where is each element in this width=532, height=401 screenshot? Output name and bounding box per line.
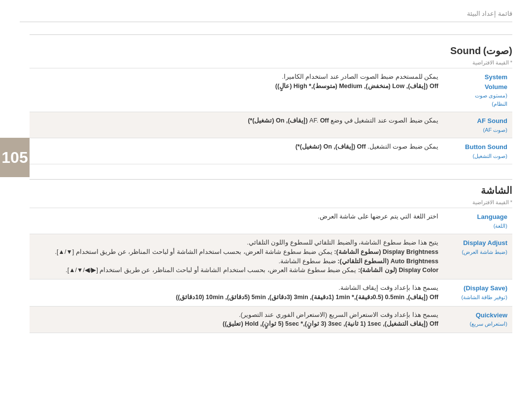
table-row: (Display Save) (توفير طاقة الشاشة) يسمح … [30,279,512,307]
quickview-label: Quickview (استعراض سريع) [443,306,512,333]
af-sound-label-en: AF Sound [448,116,507,126]
display-save-label-ar: (توفير طاقة الشاشة) [448,293,507,302]
sound-title-en: Sound [450,45,481,56]
sound-title-ar: (صوت) [483,45,512,56]
display-section-title: الشاشة [30,185,512,196]
main-content: (صوت) Sound * القيمة الافتراضية SystemVo… [30,25,512,391]
top-header: قائمة إعداد البيئة [20,9,512,22]
table-row: Quickview (استعراض سريع) يسمح هذا بإعداد… [30,306,512,333]
language-desc: اختر اللغة التي يتم عرضها على شاشة العرض… [30,208,443,234]
af-sound-label-ar: (صوت AF) [448,126,507,134]
display-save-desc: يسمح هذا بإعداد وقت إيقاف الشاشة. Off (إ… [30,279,443,307]
sound-table: SystemVolume (مستوى صوتالنظام) يمكن للمس… [30,68,512,164]
table-row: SystemVolume (مستوى صوتالنظام) يمكن للمس… [30,68,512,112]
button-sound-desc: يمكن ضبط صوت التشغيل. Off (إيقاف), On (ت… [30,138,443,164]
system-volume-label-en: SystemVolume [448,72,507,92]
sound-section: (صوت) Sound * القيمة الافتراضية SystemVo… [30,34,512,164]
button-sound-label-en: Button Sound [448,142,507,152]
system-volume-label: SystemVolume (مستوى صوتالنظام) [443,68,512,112]
display-title-ar: الشاشة [481,185,512,196]
display-adjust-desc: يتيح هذا ضبط سطوع الشاشة، والضبط التلقائ… [30,234,443,279]
sound-section-title: (صوت) Sound [30,45,512,57]
table-row: Language (اللغة) اختر اللغة التي يتم عرض… [30,208,512,234]
button-sound-label: Button Sound (صوت التشغيل) [443,138,512,164]
display-save-label: (Display Save) (توفير طاقة الشاشة) [443,279,512,307]
page-number: 105 [0,138,30,177]
display-adjust-label-en: Display Adjust [448,238,507,248]
af-sound-label: AF Sound (صوت AF) [443,112,512,138]
display-save-label-en: (Display Save) [448,283,507,293]
language-label-ar: (اللغة) [448,222,507,230]
display-adjust-label-ar: (ضبط شاشة العرض) [448,248,507,256]
table-row: Button Sound (صوت التشغيل) يمكن ضبط صوت … [30,138,512,164]
table-row: AF Sound (صوت AF) يمكن ضبط الصوت عند الت… [30,112,512,138]
button-sound-label-ar: (صوت التشغيل) [448,152,507,160]
display-adjust-label: Display Adjust (ضبط شاشة العرض) [443,234,512,279]
quickview-desc: يسمح هذا بإعداد وقت الاستعراض السريع (ال… [30,306,443,333]
af-sound-desc: يمكن ضبط الصوت عند التشغيل في وضع AF. Of… [30,112,443,138]
display-section: الشاشة * القيمة الافتراضية Language (الل… [30,179,512,333]
system-volume-label-ar: (مستوى صوتالنظام) [448,92,507,108]
display-default-note: * القيمة الافتراضية [30,199,512,206]
quickview-label-ar: (استعراض سريع) [448,320,507,328]
display-table: Language (اللغة) اختر اللغة التي يتم عرض… [30,208,512,333]
header-title: قائمة إعداد البيئة [467,10,512,17]
table-row: Display Adjust (ضبط شاشة العرض) يتيح هذا… [30,234,512,279]
sound-default-note: * القيمة الافتراضية [30,60,512,66]
language-label: Language (اللغة) [443,208,512,234]
quickview-label-en: Quickview [448,310,507,320]
system-volume-desc: يمكن للمستخدم ضبط الصوت الصادر عند استخد… [30,68,443,112]
language-label-en: Language [448,212,507,222]
